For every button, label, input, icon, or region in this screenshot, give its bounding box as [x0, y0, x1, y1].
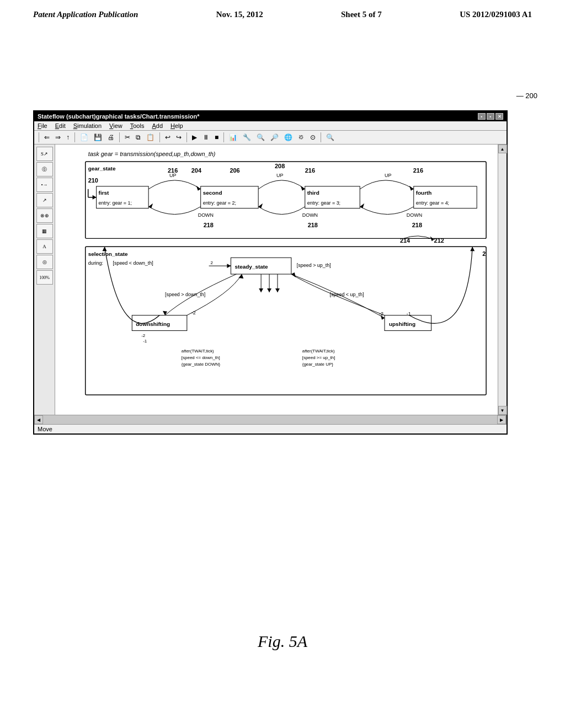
main-area: S↗ ⓪ •→ ↗ ⊗⊕ ▦ A ◎ 100% task gear = tran…: [34, 144, 507, 415]
zoom-tool[interactable]: 100%: [36, 270, 53, 285]
substate-tool[interactable]: ◎: [36, 255, 53, 269]
titlebar: Stateflow (subchart)graphical tasks/Char…: [34, 111, 507, 121]
vertical-scrollbar[interactable]: ▲ ▼: [498, 144, 507, 415]
svg-text:third: third: [307, 190, 319, 196]
svg-text:task gear = transmission(speed: task gear = transmission(speed,up_th,dow…: [88, 151, 216, 157]
undo-btn[interactable]: ↩: [163, 133, 172, 142]
sim-btn[interactable]: 🔧: [241, 133, 253, 142]
back-btn[interactable]: ⇐: [42, 133, 51, 142]
svg-marker-59: [275, 288, 280, 292]
open-btn[interactable]: 📄: [78, 133, 90, 142]
sep2: [74, 132, 75, 142]
ref-200: — 200: [516, 91, 537, 100]
svg-text:212: 212: [434, 237, 444, 244]
print-btn[interactable]: 🖨: [106, 133, 116, 142]
state-tool[interactable]: ⓪: [36, 162, 53, 176]
svg-text:entry: gear = 2;: entry: gear = 2;: [203, 200, 236, 206]
menu-tools[interactable]: Tools: [130, 122, 145, 129]
figure-container: — 200 Stateflow (subchart)graphical task…: [33, 110, 532, 435]
minimize-btn[interactable]: ▪: [478, 113, 486, 120]
menu-simulation[interactable]: Simulation: [73, 122, 102, 129]
date-label: Nov. 15, 2012: [216, 10, 263, 19]
copy-btn[interactable]: ⧉: [134, 133, 142, 142]
diagram-canvas[interactable]: task gear = transmission(speed,up_th,dow…: [55, 144, 498, 415]
svg-text:210: 210: [88, 177, 98, 184]
menu-edit[interactable]: Edit: [55, 122, 66, 129]
svg-marker-31: [148, 204, 153, 208]
box-tool[interactable]: ▦: [36, 224, 53, 238]
scroll-right-btn[interactable]: ▶: [497, 415, 506, 424]
svg-text:{gear_state DOWN}: {gear_state DOWN}: [182, 362, 221, 367]
status-text: Move: [38, 426, 52, 432]
pause-btn[interactable]: ⏸: [201, 133, 211, 142]
svg-text:206: 206: [230, 167, 239, 174]
figure-caption-area: Fig. 5A: [0, 632, 565, 651]
menu-help[interactable]: Help: [170, 122, 183, 129]
scroll-up-btn[interactable]: ▲: [498, 144, 507, 153]
extra-btn[interactable]: ⛭: [296, 133, 306, 142]
svg-text:[speed >= up_th]: [speed >= up_th]: [302, 355, 335, 360]
chart-btn[interactable]: 📊: [227, 133, 239, 142]
default-tool[interactable]: •→: [36, 178, 53, 192]
debug-btn[interactable]: 🔍: [255, 133, 266, 142]
up-btn[interactable]: ↑: [65, 133, 71, 142]
scroll-down-btn[interactable]: ▼: [498, 406, 507, 415]
page-header: Patent Application Publication Nov. 15, …: [0, 0, 565, 19]
scroll-left-btn[interactable]: ◀: [34, 415, 43, 424]
sep5: [186, 132, 187, 142]
search-btn[interactable]: 🔎: [269, 133, 280, 142]
svg-text:gear_state: gear_state: [88, 165, 116, 172]
forward-btn[interactable]: ⇒: [54, 133, 62, 142]
svg-marker-34: [258, 204, 263, 208]
close-btn[interactable]: ✕: [495, 113, 503, 120]
svg-text:second: second: [203, 190, 222, 196]
bottom-area: ◀ ▶: [34, 415, 507, 424]
menu-file[interactable]: File: [38, 122, 47, 129]
svg-marker-57: [267, 288, 271, 292]
svg-text:entry: gear = 4;: entry: gear = 4;: [416, 200, 449, 206]
globe-btn[interactable]: 🌐: [282, 133, 294, 142]
find-btn[interactable]: 🔍: [324, 133, 336, 142]
sep1: [39, 132, 39, 142]
sep7: [321, 132, 321, 142]
svg-marker-66: [163, 311, 167, 315]
svg-text:216: 216: [413, 167, 423, 174]
connective-tool[interactable]: ⊗⊕: [36, 208, 53, 223]
diagram-svg: task gear = transmission(speed,up_th,dow…: [55, 144, 498, 415]
svg-marker-52: [227, 264, 231, 268]
svg-text:fourth: fourth: [416, 190, 432, 196]
svg-text:steady_state: steady_state: [234, 264, 268, 270]
svg-text:218: 218: [412, 222, 422, 228]
svg-text:first: first: [99, 190, 109, 196]
target-btn[interactable]: ⊙: [308, 133, 317, 142]
paste-btn[interactable]: 📋: [145, 133, 156, 142]
svg-text:downshifting: downshifting: [136, 321, 170, 327]
maximize-btn[interactable]: ▪: [487, 113, 494, 120]
cut-btn[interactable]: ✂: [123, 133, 132, 142]
svg-text:-2: -2: [141, 333, 146, 338]
menu-add[interactable]: Add: [152, 122, 163, 129]
stop-btn[interactable]: ■: [213, 133, 220, 142]
transition-tool[interactable]: ↗: [36, 193, 53, 207]
svg-marker-12: [93, 195, 97, 200]
svg-text:216: 216: [305, 167, 315, 174]
svg-text:DOWN: DOWN: [302, 212, 318, 218]
svg-marker-81: [238, 274, 243, 279]
patent-number-label: US 2012/0291003 A1: [460, 10, 532, 19]
svg-marker-82: [291, 272, 296, 277]
svg-marker-55: [259, 288, 263, 292]
svg-text:after(TWAIT,tick): after(TWAIT,tick): [302, 349, 335, 354]
redo-btn[interactable]: ↪: [174, 133, 183, 142]
play-btn[interactable]: ▶: [190, 133, 199, 142]
svg-text:during:: during:: [88, 260, 103, 266]
note-tool[interactable]: A: [36, 239, 53, 254]
menu-view[interactable]: View: [109, 122, 122, 129]
save-btn[interactable]: 💾: [92, 133, 104, 142]
select-tool[interactable]: S↗: [36, 147, 53, 161]
svg-text:{gear_state UP}: {gear_state UP}: [302, 362, 333, 367]
svg-text:2: 2: [482, 250, 486, 257]
horizontal-scrollbar[interactable]: ◀ ▶: [34, 415, 507, 424]
svg-text:selection_state: selection_state: [88, 251, 128, 257]
svg-marker-29: [409, 186, 414, 191]
svg-text:entry: gear = 3;: entry: gear = 3;: [307, 200, 340, 206]
